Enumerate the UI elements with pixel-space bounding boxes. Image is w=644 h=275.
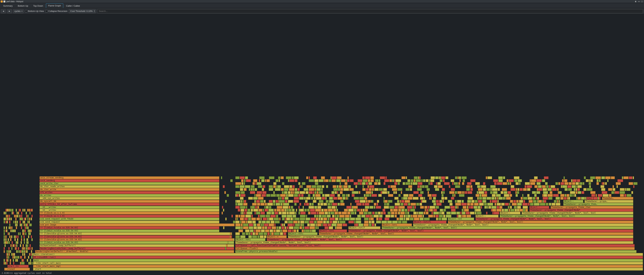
flame-frame-small[interactable] [8, 247, 10, 250]
flame-frame-small[interactable] [394, 197, 398, 200]
flame-frame[interactable]: __x64_sys_writev [40, 197, 219, 200]
flame-frame-small[interactable] [440, 200, 442, 203]
flame-frame-small[interactable] [280, 232, 283, 235]
flame-frame-small[interactable] [534, 185, 538, 188]
flame-frame-small[interactable] [562, 179, 564, 182]
flame-frame-small[interactable] [364, 220, 368, 224]
flame-frame-small[interactable] [261, 179, 264, 182]
flame-frame-small[interactable] [412, 215, 418, 218]
flame-frame-small[interactable] [253, 209, 258, 212]
flame-frame-small[interactable] [322, 215, 326, 218]
flame-frame-small[interactable] [301, 185, 302, 188]
flame-frame-small[interactable] [402, 176, 406, 179]
flame-frame-small[interactable] [544, 200, 546, 203]
flame-frame-small[interactable] [564, 182, 568, 185]
flame-frame-small[interactable] [262, 191, 266, 194]
flame-frame-small[interactable] [474, 206, 477, 209]
flame-frame-small[interactable] [31, 247, 33, 250]
flame-frame-small[interactable] [581, 197, 585, 200]
flame-frame-small[interactable] [264, 224, 268, 226]
flame-frame[interactable]: __GI___writev [40, 206, 219, 209]
flame-frame-small[interactable] [9, 218, 10, 220]
flame-frame-small[interactable] [479, 203, 484, 206]
flame-frame-small[interactable] [500, 191, 504, 194]
flame-frame-small[interactable] [369, 224, 372, 226]
flame-frame-small[interactable] [372, 200, 374, 203]
flame-frame[interactable]: __clone3 [4, 268, 30, 270]
flame-frame-small[interactable] [395, 203, 400, 206]
flame-frame-small[interactable] [254, 230, 255, 232]
flame-frame-small[interactable] [578, 188, 580, 191]
flame-frame-small[interactable] [362, 185, 364, 188]
flame-frame-small[interactable] [326, 220, 329, 224]
flame-frame-small[interactable] [372, 194, 377, 197]
flame-frame-small[interactable] [332, 215, 335, 218]
flame-frame-small[interactable] [620, 188, 624, 191]
flame-frame-small[interactable] [6, 250, 8, 253]
flame-frame-small[interactable] [576, 182, 579, 185]
flame-frame-small[interactable] [9, 215, 10, 218]
flame-frame-small[interactable] [370, 176, 374, 179]
flame-frame-small[interactable] [477, 212, 482, 214]
flame-frame-small[interactable] [21, 224, 22, 226]
flame-frame-small[interactable] [458, 182, 460, 185]
flame-frame-small[interactable] [27, 241, 29, 244]
cost-threshold-spinbox[interactable]: Cost Threshold: 0.10% ▲▼ [69, 9, 96, 13]
flame-frame-small[interactable] [388, 185, 390, 188]
flame-frame-small[interactable] [394, 182, 397, 185]
flame-frame-small[interactable] [289, 188, 295, 191]
flame-frame-small[interactable] [262, 185, 265, 188]
flame-frame-small[interactable] [492, 200, 497, 203]
flame-frame-small[interactable] [6, 241, 7, 244]
flame-frame-small[interactable] [379, 188, 383, 191]
flame-frame-small[interactable] [456, 212, 460, 214]
flame-frame-small[interactable] [568, 182, 572, 185]
flame-frame-small[interactable] [246, 179, 251, 182]
flame-frame-small[interactable] [246, 220, 247, 224]
flame-frame-small[interactable] [276, 209, 281, 212]
flame-frame-small[interactable] [307, 224, 310, 226]
flame-frame-small[interactable] [547, 188, 552, 191]
flame-frame-small[interactable] [362, 176, 365, 179]
flame-frame-small[interactable] [257, 191, 262, 194]
flame-frame-small[interactable] [384, 206, 389, 209]
flame-frame-small[interactable] [460, 212, 462, 214]
flame-frame-small[interactable] [609, 194, 612, 197]
flame-frame-small[interactable] [273, 182, 276, 185]
flame-frame-small[interactable] [520, 200, 523, 203]
flame-frame-small[interactable] [275, 188, 280, 191]
flame-frame-small[interactable] [568, 197, 570, 200]
flame-frame-small[interactable] [344, 209, 348, 212]
flame-frame-small[interactable] [442, 218, 447, 220]
flame-frame-small[interactable] [346, 206, 352, 209]
flame-frame-small[interactable] [294, 203, 297, 206]
flame-frame-small[interactable] [494, 212, 499, 214]
flame-frame-small[interactable] [372, 215, 373, 218]
flame-frame-small[interactable] [29, 212, 31, 214]
flame-frame-small[interactable] [25, 218, 26, 220]
nav-forward-button[interactable]: ▶ [7, 9, 12, 13]
flame-frame-small[interactable] [16, 235, 17, 238]
flame-frame-small[interactable] [490, 188, 492, 191]
flame-frame-small[interactable] [490, 185, 496, 188]
flame-frame-small[interactable] [30, 224, 32, 226]
flame-frame[interactable]: ThemeOwner::propagate_theme_changed(Node… [235, 241, 633, 244]
flame-frame-small[interactable] [512, 203, 517, 206]
flame-frame-small[interactable] [332, 191, 335, 194]
flame-frame-small[interactable] [311, 212, 316, 214]
flame-frame-small[interactable] [262, 188, 264, 191]
flame-frame-small[interactable] [478, 188, 482, 191]
flame-frame-small[interactable] [252, 203, 257, 206]
flame-frame-small[interactable] [238, 203, 243, 206]
flame-frame-small[interactable] [398, 209, 401, 212]
flame-frame[interactable]: Object::noti [319, 230, 347, 232]
flame-frame-small[interactable] [267, 226, 272, 229]
flame-frame-small[interactable] [330, 212, 334, 214]
flame-frame-small[interactable] [426, 212, 428, 214]
flame-frame-small[interactable] [465, 191, 467, 194]
flame-frame-small[interactable] [578, 185, 582, 188]
flame-frame-small[interactable] [350, 179, 354, 182]
flame-frame-small[interactable] [301, 194, 304, 197]
flame-frame-small[interactable] [16, 247, 17, 250]
flame-frame-small[interactable] [235, 191, 240, 194]
